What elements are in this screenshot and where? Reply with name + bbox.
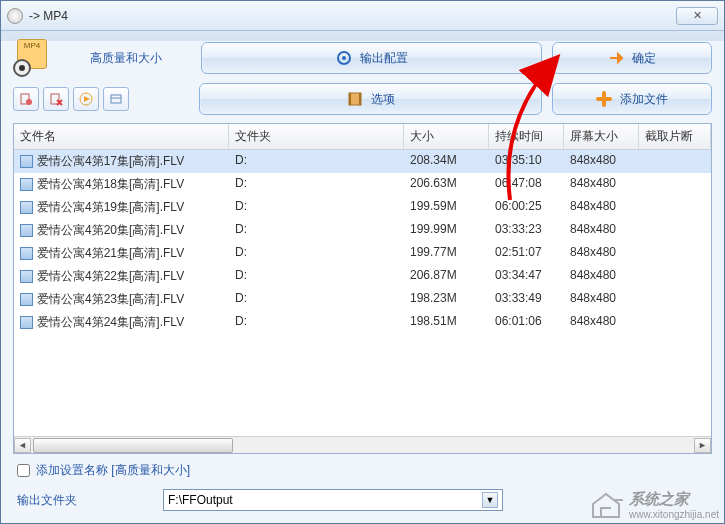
svg-point-1 bbox=[342, 56, 346, 60]
plus-icon bbox=[596, 91, 612, 107]
file-icon bbox=[20, 247, 33, 260]
window-title: -> MP4 bbox=[29, 9, 676, 23]
file-resolution: 848x480 bbox=[564, 290, 639, 309]
app-icon bbox=[7, 8, 23, 24]
add-files-button[interactable]: 添加文件 bbox=[552, 83, 712, 115]
svg-rect-4 bbox=[51, 94, 59, 104]
close-button[interactable]: ✕ bbox=[676, 7, 718, 25]
arrow-right-icon bbox=[608, 50, 624, 66]
file-size: 199.77M bbox=[404, 244, 489, 263]
play-button[interactable] bbox=[73, 87, 99, 111]
file-name: 爱情公寓4第23集[高清].FLV bbox=[37, 291, 184, 308]
h-scrollbar[interactable]: ◄ ► bbox=[14, 436, 711, 453]
file-folder: D: bbox=[229, 267, 404, 286]
file-icon bbox=[20, 155, 33, 168]
file-resolution: 848x480 bbox=[564, 244, 639, 263]
file-folder: D: bbox=[229, 175, 404, 194]
table-row[interactable]: 爱情公寓4第21集[高清].FLVD:199.77M02:51:07848x48… bbox=[14, 242, 711, 265]
table-row[interactable]: 爱情公寓4第17集[高清].FLVD:208.34M03:35:10848x48… bbox=[14, 150, 711, 173]
film-icon bbox=[347, 91, 363, 107]
gear-spin-icon bbox=[336, 50, 352, 66]
file-icon bbox=[20, 316, 33, 329]
file-duration: 02:51:07 bbox=[489, 244, 564, 263]
file-name: 爱情公寓4第24集[高清].FLV bbox=[37, 314, 184, 331]
reel-icon bbox=[13, 59, 31, 77]
file-name: 爱情公寓4第21集[高清].FLV bbox=[37, 245, 184, 262]
output-config-button[interactable]: 输出配置 bbox=[201, 42, 542, 74]
svg-point-3 bbox=[26, 99, 32, 105]
file-duration: 06:01:06 bbox=[489, 313, 564, 332]
file-name: 爱情公寓4第19集[高清].FLV bbox=[37, 199, 184, 216]
file-resolution: 848x480 bbox=[564, 175, 639, 194]
file-folder: D: bbox=[229, 244, 404, 263]
output-config-label: 输出配置 bbox=[360, 50, 408, 67]
file-list: 文件名 文件夹 大小 持续时间 屏幕大小 截取片断 爱情公寓4第17集[高清].… bbox=[13, 123, 712, 454]
remove-button[interactable] bbox=[13, 87, 39, 111]
add-files-label: 添加文件 bbox=[620, 91, 668, 108]
output-folder-label: 输出文件夹 bbox=[17, 492, 147, 509]
add-settings-label: 添加设置名称 [高质量和大小] bbox=[36, 462, 190, 479]
file-size: 206.87M bbox=[404, 267, 489, 286]
file-icon bbox=[20, 224, 33, 237]
table-row[interactable]: 爱情公寓4第22集[高清].FLVD:206.87M03:34:47848x48… bbox=[14, 265, 711, 288]
output-folder-combo[interactable]: F:\FFOutput ▼ bbox=[163, 489, 503, 511]
table-row[interactable]: 爱情公寓4第24集[高清].FLVD:198.51M06:01:06848x48… bbox=[14, 311, 711, 334]
file-folder: D: bbox=[229, 152, 404, 171]
svg-rect-9 bbox=[349, 93, 351, 105]
file-duration: 03:33:23 bbox=[489, 221, 564, 240]
file-duration: 03:33:49 bbox=[489, 290, 564, 309]
list-header: 文件名 文件夹 大小 持续时间 屏幕大小 截取片断 bbox=[14, 124, 711, 150]
info-button[interactable] bbox=[103, 87, 129, 111]
clear-button[interactable] bbox=[43, 87, 69, 111]
file-icon bbox=[20, 293, 33, 306]
file-folder: D: bbox=[229, 313, 404, 332]
add-settings-checkbox[interactable] bbox=[17, 464, 30, 477]
table-row[interactable]: 爱情公寓4第20集[高清].FLVD:199.99M03:33:23848x48… bbox=[14, 219, 711, 242]
svg-rect-10 bbox=[359, 93, 361, 105]
titlebar: -> MP4 ✕ bbox=[1, 1, 724, 31]
file-duration: 03:35:10 bbox=[489, 152, 564, 171]
file-name: 爱情公寓4第17集[高清].FLV bbox=[37, 153, 184, 170]
file-resolution: 848x480 bbox=[564, 313, 639, 332]
second-row: 选项 添加文件 bbox=[1, 81, 724, 123]
toolbar-small bbox=[13, 87, 189, 111]
output-folder-value: F:\FFOutput bbox=[168, 493, 482, 507]
file-folder: D: bbox=[229, 221, 404, 240]
col-duration[interactable]: 持续时间 bbox=[489, 124, 564, 149]
file-duration: 06:00:25 bbox=[489, 198, 564, 217]
file-duration: 03:34:47 bbox=[489, 267, 564, 286]
file-resolution: 848x480 bbox=[564, 221, 639, 240]
table-row[interactable]: 爱情公寓4第18集[高清].FLVD:206.63M06:47:08848x48… bbox=[14, 173, 711, 196]
list-body: 爱情公寓4第17集[高清].FLVD:208.34M03:35:10848x48… bbox=[14, 150, 711, 436]
file-resolution: 848x480 bbox=[564, 152, 639, 171]
file-size: 198.23M bbox=[404, 290, 489, 309]
file-icon bbox=[20, 270, 33, 283]
file-resolution: 848x480 bbox=[564, 198, 639, 217]
options-label: 选项 bbox=[371, 91, 395, 108]
file-size: 208.34M bbox=[404, 152, 489, 171]
quality-label: 高质量和大小 bbox=[61, 50, 191, 67]
file-resolution: 848x480 bbox=[564, 267, 639, 286]
options-button[interactable]: 选项 bbox=[199, 83, 542, 115]
ok-label: 确定 bbox=[632, 50, 656, 67]
add-settings-row: 添加设置名称 [高质量和大小] bbox=[1, 454, 724, 483]
scroll-left-icon[interactable]: ◄ bbox=[14, 438, 31, 453]
format-badge: MP4 bbox=[13, 39, 51, 77]
file-folder: D: bbox=[229, 290, 404, 309]
scroll-right-icon[interactable]: ► bbox=[694, 438, 711, 453]
scroll-thumb[interactable] bbox=[33, 438, 233, 453]
col-name[interactable]: 文件名 bbox=[14, 124, 229, 149]
table-row[interactable]: 爱情公寓4第19集[高清].FLVD:199.59M06:00:25848x48… bbox=[14, 196, 711, 219]
col-folder[interactable]: 文件夹 bbox=[229, 124, 404, 149]
col-clip[interactable]: 截取片断 bbox=[639, 124, 711, 149]
chevron-down-icon[interactable]: ▼ bbox=[482, 492, 498, 508]
ok-button[interactable]: 确定 bbox=[552, 42, 712, 74]
file-name: 爱情公寓4第18集[高清].FLV bbox=[37, 176, 184, 193]
top-row: MP4 高质量和大小 输出配置 确定 bbox=[1, 31, 724, 81]
table-row[interactable]: 爱情公寓4第23集[高清].FLVD:198.23M03:33:49848x48… bbox=[14, 288, 711, 311]
file-name: 爱情公寓4第22集[高清].FLV bbox=[37, 268, 184, 285]
col-size[interactable]: 大小 bbox=[404, 124, 489, 149]
file-size: 198.51M bbox=[404, 313, 489, 332]
col-resolution[interactable]: 屏幕大小 bbox=[564, 124, 639, 149]
file-size: 199.99M bbox=[404, 221, 489, 240]
